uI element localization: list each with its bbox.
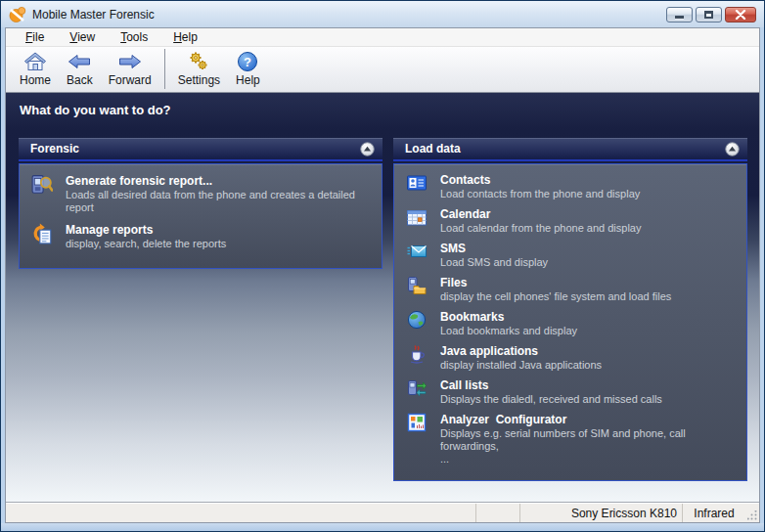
bookmarks-item[interactable]: Bookmarks Load bookmarks and display	[406, 310, 737, 337]
statusbar-main-panel	[6, 504, 475, 522]
item-label: Generate forensic report...	[66, 174, 372, 189]
help-icon: ?	[236, 50, 259, 73]
menu-file[interactable]: File	[25, 30, 44, 44]
calendar-item[interactable]: Calendar Load calendar from the phone an…	[406, 207, 737, 235]
menu-help[interactable]: Help	[173, 30, 198, 44]
item-description: Load bookmarks and display	[440, 325, 577, 337]
java-icon	[406, 344, 428, 366]
settings-label: Settings	[178, 73, 220, 87]
files-icon	[406, 276, 428, 297]
files-item[interactable]: Files display the cell phones' file syst…	[406, 276, 737, 303]
item-label: Java applications	[440, 344, 602, 359]
load-data-panel: Load data	[393, 138, 747, 481]
titlebar: Mobile Master Forensic	[1, 1, 764, 27]
manage-reports-item[interactable]: Manage reports display, search, delete t…	[31, 223, 372, 250]
item-label: Analyzer Configurator	[440, 413, 737, 427]
item-description: display installed Java applications	[440, 359, 602, 372]
menu-view[interactable]: View	[69, 30, 95, 44]
analyzer-configurator-icon	[406, 413, 428, 434]
gears-icon	[187, 50, 210, 73]
settings-button[interactable]: Settings	[170, 47, 228, 92]
chevron-up-icon	[360, 142, 375, 156]
item-description: Loads all desired data from the phone an…	[66, 189, 372, 214]
resize-grip[interactable]	[745, 504, 759, 522]
item-label: Calendar	[440, 207, 641, 222]
page-title: What do you want to do?	[6, 93, 759, 117]
item-label: Contacts	[440, 173, 640, 188]
forward-label: Forward	[109, 73, 152, 87]
back-label: Back	[67, 73, 93, 87]
forward-button[interactable]: Forward	[101, 47, 159, 92]
menubar: File View Tools Help	[6, 28, 759, 47]
contacts-icon	[406, 173, 428, 195]
client-area: File View Tools Help Home	[5, 27, 760, 523]
item-label: Call lists	[440, 378, 662, 393]
sms-item[interactable]: SMS Load SMS and display	[406, 242, 737, 269]
minimize-icon	[675, 16, 684, 19]
calendar-icon	[406, 207, 428, 229]
forensic-panel-header: Forensic	[19, 138, 382, 161]
toolbar: Home Back	[6, 47, 759, 93]
call-lists-icon	[406, 378, 428, 400]
call-lists-item[interactable]: Call lists Displays the dialedl, receive…	[406, 378, 737, 406]
app-logo-icon	[9, 6, 26, 23]
close-icon	[735, 10, 746, 20]
forensic-report-icon	[31, 174, 53, 196]
item-label: Bookmarks	[440, 310, 577, 325]
manage-reports-icon	[31, 223, 53, 244]
help-button[interactable]: ? Help	[228, 47, 268, 92]
item-description: Load calendar from the phone and display	[440, 222, 641, 235]
item-description: Load contacts from the phone and display	[440, 188, 640, 200]
load-data-collapse-button[interactable]	[725, 142, 740, 156]
app-window: Mobile Master Forensic File View Tools H…	[0, 0, 765, 532]
forward-arrow-icon	[118, 50, 142, 73]
forensic-panel: Forensic	[19, 138, 382, 269]
back-button[interactable]: Back	[59, 47, 101, 92]
generate-forensic-report-item[interactable]: Generate forensic report... Loads all de…	[31, 174, 372, 214]
toolbar-separator	[164, 49, 165, 89]
svg-text:?: ?	[244, 55, 251, 69]
item-description: display the cell phones' file system and…	[440, 290, 671, 303]
help-label: Help	[236, 73, 260, 87]
back-arrow-icon	[68, 50, 91, 73]
item-description: Displays the dialedl, received and misse…	[440, 393, 662, 406]
item-description: Displays e.g. serial numbers of SIM and …	[440, 427, 737, 466]
item-label: Files	[440, 276, 671, 290]
java-applications-item[interactable]: Java applications display installed Java…	[406, 344, 737, 372]
main-content: What do you want to do? Forensic	[6, 93, 759, 502]
statusbar-connection: Infrared	[682, 504, 745, 522]
forensic-panel-box: Generate forensic report... Loads all de…	[19, 163, 382, 269]
forensic-panel-title: Forensic	[30, 142, 79, 155]
analyzer-configurator-item[interactable]: Analyzer Configurator Displays e.g. seri…	[406, 413, 737, 466]
load-data-panel-title: Load data	[405, 142, 461, 155]
window-title: Mobile Master Forensic	[32, 8, 155, 22]
menu-tools[interactable]: Tools	[120, 30, 148, 44]
contacts-item[interactable]: Contacts Load contacts from the phone an…	[406, 173, 737, 200]
forensic-collapse-button[interactable]	[360, 142, 375, 156]
load-data-panel-header: Load data	[393, 138, 747, 161]
home-button[interactable]: Home	[12, 47, 59, 92]
statusbar: Sony Ericsson K810 Infrared	[6, 504, 759, 522]
maximize-icon	[704, 11, 713, 19]
window-frame-bottom	[1, 523, 764, 531]
maximize-button[interactable]	[696, 7, 722, 22]
statusbar-device: Sony Ericsson K810	[519, 504, 682, 522]
bookmarks-icon	[406, 310, 428, 332]
home-label: Home	[20, 73, 51, 87]
item-description: Load SMS and display	[440, 256, 548, 269]
minimize-button[interactable]	[666, 7, 693, 22]
item-label: Manage reports	[66, 223, 226, 238]
statusbar-empty-panel	[475, 504, 519, 522]
item-label: SMS	[440, 242, 548, 256]
home-icon	[23, 50, 47, 73]
item-description: display, search, delete the reports	[66, 238, 226, 250]
close-button[interactable]	[725, 7, 756, 22]
sms-icon	[406, 242, 428, 263]
chevron-up-icon	[725, 142, 740, 156]
load-data-panel-box: Contacts Load contacts from the phone an…	[393, 163, 747, 481]
